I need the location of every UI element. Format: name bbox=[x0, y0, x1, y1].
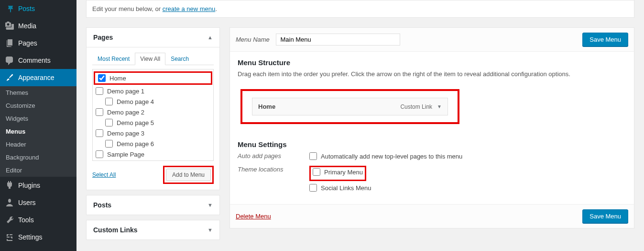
page-checkbox[interactable] bbox=[96, 87, 103, 95]
pages-accordion-header[interactable]: Pages ▲ bbox=[87, 28, 219, 47]
pages-tabs: Most Recent View All Search bbox=[92, 52, 214, 65]
page-label: Demo page 2 bbox=[107, 109, 144, 116]
tab-view-all[interactable]: View All bbox=[135, 53, 165, 65]
menu-item-type: Custom Link bbox=[400, 103, 432, 110]
sidebar-item-appearance[interactable]: Appearance bbox=[0, 69, 76, 86]
page-item[interactable]: Demo page 6 bbox=[93, 138, 213, 149]
theme-location-primary[interactable]: Primary Menu bbox=[313, 168, 363, 176]
page-checkbox[interactable] bbox=[98, 74, 106, 82]
subitem-editor[interactable]: Editor bbox=[0, 164, 76, 177]
tab-most-recent[interactable]: Most Recent bbox=[92, 53, 135, 65]
sidebar-label: Comments bbox=[18, 57, 51, 64]
sidebar-label: Pages bbox=[18, 39, 37, 47]
comment-icon bbox=[5, 56, 14, 65]
page-checkbox[interactable] bbox=[96, 108, 103, 116]
delete-menu-link[interactable]: Delete Menu bbox=[236, 213, 271, 220]
user-icon bbox=[5, 198, 14, 207]
menu-item[interactable]: Home Custom Link ▼ bbox=[252, 98, 448, 115]
auto-add-label: Auto add pages bbox=[238, 152, 309, 163]
sidebar-item-media[interactable]: Media bbox=[0, 17, 76, 34]
page-list[interactable]: Home Demo page 1 Demo page 4 bbox=[93, 69, 213, 160]
page-item[interactable]: Demo page 5 bbox=[93, 117, 213, 128]
sidebar-item-users[interactable]: Users bbox=[0, 194, 76, 211]
page-label: Demo page 1 bbox=[107, 88, 144, 95]
plugin-icon bbox=[5, 181, 14, 190]
save-menu-button-bottom[interactable]: Save Menu bbox=[582, 209, 628, 223]
auto-add-option[interactable]: Automatically add new top-level pages to… bbox=[309, 152, 626, 160]
menu-item-title: Home bbox=[258, 103, 275, 110]
social-menu-text: Social Links Menu bbox=[321, 184, 371, 192]
admin-sidebar: Posts Media Pages Comments Appearance Th… bbox=[0, 0, 76, 251]
custom-links-accordion: Custom Links ▼ bbox=[86, 220, 220, 240]
save-menu-button-top[interactable]: Save Menu bbox=[582, 33, 628, 46]
menu-edit-panel: Menu Name Save Menu Menu Structure Drag … bbox=[229, 27, 634, 228]
page-checkbox[interactable] bbox=[96, 150, 103, 158]
pages-title: Pages bbox=[93, 34, 113, 41]
tab-search[interactable]: Search bbox=[165, 53, 194, 65]
page-item[interactable]: Sample Page bbox=[93, 149, 213, 160]
wrench-icon bbox=[5, 215, 14, 225]
menu-structure-desc: Drag each item into the order you prefer… bbox=[238, 70, 626, 78]
page-label: Demo page 4 bbox=[117, 98, 154, 105]
posts-title: Posts bbox=[93, 201, 111, 209]
page-icon bbox=[5, 38, 14, 48]
pages-accordion: Pages ▲ Most Recent View All Search bbox=[86, 27, 220, 190]
posts-accordion-header[interactable]: Posts ▼ bbox=[87, 195, 219, 215]
page-label: Demo page 5 bbox=[117, 119, 154, 126]
page-item[interactable]: Demo page 2 bbox=[93, 107, 213, 117]
page-label: Demo page 6 bbox=[117, 140, 154, 148]
sidebar-item-posts[interactable]: Posts bbox=[0, 0, 76, 17]
brush-icon bbox=[5, 73, 14, 82]
edit-menu-notice: Edit your menu below, or create a new me… bbox=[86, 0, 634, 18]
subitem-background[interactable]: Background bbox=[0, 151, 76, 164]
subitem-menus[interactable]: Menus bbox=[0, 125, 76, 138]
media-icon bbox=[5, 21, 14, 31]
page-item[interactable]: Demo page 4 bbox=[93, 96, 213, 107]
page-item[interactable]: Demo page 1 bbox=[93, 86, 213, 96]
sidebar-item-tools[interactable]: Tools bbox=[0, 211, 76, 228]
theme-locations-label: Theme locations bbox=[238, 166, 309, 194]
menu-name-label: Menu Name bbox=[236, 36, 270, 43]
notice-suffix: . bbox=[215, 5, 217, 12]
page-checkbox[interactable] bbox=[105, 140, 113, 148]
sidebar-label: Media bbox=[18, 22, 36, 30]
page-item[interactable]: Demo page 3 bbox=[93, 128, 213, 138]
sidebar-item-pages[interactable]: Pages bbox=[0, 34, 76, 52]
sidebar-label: Plugins bbox=[18, 182, 40, 189]
main-content: Edit your menu below, or create a new me… bbox=[76, 0, 644, 251]
subitem-themes[interactable]: Themes bbox=[0, 86, 76, 99]
page-label: Home bbox=[109, 75, 126, 82]
page-checkbox[interactable] bbox=[105, 119, 113, 126]
primary-menu-checkbox[interactable] bbox=[313, 168, 320, 176]
custom-links-title: Custom Links bbox=[93, 226, 138, 234]
menu-name-input[interactable] bbox=[276, 34, 400, 46]
subitem-header[interactable]: Header bbox=[0, 138, 76, 151]
menu-settings-heading: Menu Settings bbox=[238, 140, 626, 148]
subitem-customize[interactable]: Customize bbox=[0, 99, 76, 112]
posts-accordion: Posts ▼ bbox=[86, 195, 220, 215]
page-item[interactable]: Home bbox=[95, 73, 211, 83]
sidebar-item-settings[interactable]: Settings bbox=[0, 228, 76, 246]
menu-structure-heading: Menu Structure bbox=[238, 58, 626, 67]
sidebar-item-comments[interactable]: Comments bbox=[0, 52, 76, 69]
subitem-widgets[interactable]: Widgets bbox=[0, 112, 76, 125]
sidebar-item-plugins[interactable]: Plugins bbox=[0, 177, 76, 194]
sidebar-label: Posts bbox=[18, 5, 35, 12]
auto-add-checkbox[interactable] bbox=[309, 152, 317, 160]
chevron-up-icon: ▲ bbox=[207, 34, 213, 40]
social-menu-checkbox[interactable] bbox=[309, 184, 317, 192]
page-label: Sample Page bbox=[107, 151, 144, 158]
create-menu-link[interactable]: create a new menu bbox=[163, 5, 216, 12]
sidebar-label: Appearance bbox=[18, 74, 55, 81]
select-all-link[interactable]: Select All bbox=[92, 171, 116, 178]
chevron-down-icon[interactable]: ▼ bbox=[437, 104, 442, 109]
custom-links-accordion-header[interactable]: Custom Links ▼ bbox=[87, 220, 219, 240]
page-label: Demo page 3 bbox=[107, 130, 144, 137]
theme-location-social[interactable]: Social Links Menu bbox=[309, 184, 626, 192]
notice-prefix: Edit your menu below, or bbox=[92, 5, 163, 12]
page-checkbox[interactable] bbox=[105, 98, 113, 105]
sidebar-label: Tools bbox=[18, 216, 34, 224]
add-to-menu-button[interactable]: Add to Menu bbox=[166, 169, 211, 181]
chevron-down-icon: ▼ bbox=[207, 227, 213, 233]
page-checkbox[interactable] bbox=[96, 129, 103, 137]
